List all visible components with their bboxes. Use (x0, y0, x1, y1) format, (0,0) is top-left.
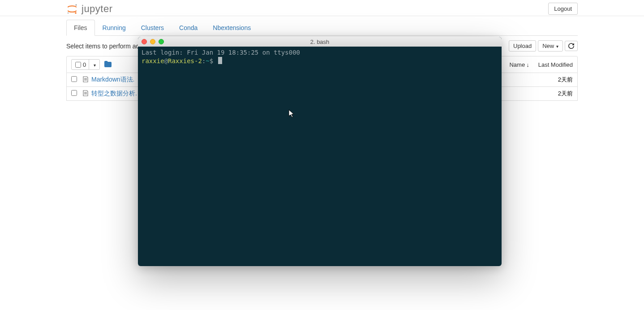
caret-down-icon: ▾ (94, 63, 96, 68)
new-button[interactable]: New ▾ (538, 40, 563, 52)
refresh-button[interactable] (565, 41, 578, 51)
jupyter-logo-text: jupyter (82, 3, 113, 15)
notebook-icon (82, 90, 89, 98)
arrow-down-icon: ↓ (526, 61, 529, 68)
traffic-lights (142, 39, 164, 44)
window-minimize-button[interactable] (150, 39, 155, 44)
terminal-prompt-host: Raxxies-2 (168, 57, 202, 65)
select-dropdown[interactable]: ▾ (89, 60, 99, 69)
column-last-modified[interactable]: Last Modified (538, 61, 573, 68)
notebook-icon (82, 76, 89, 84)
jupyter-icon (66, 3, 78, 15)
breadcrumb-folder-icon[interactable] (104, 61, 112, 69)
row-checkbox[interactable] (71, 90, 77, 96)
tab-nbextensions[interactable]: Nbextensions (205, 20, 258, 36)
file-last-modified: 2天前 (558, 76, 573, 84)
terminal-prompt-at: @ (164, 57, 168, 65)
terminal-body[interactable]: Last login: Fri Jan 19 18:35:25 on ttys0… (138, 47, 502, 67)
refresh-icon (568, 43, 574, 49)
select-count: 0 (83, 60, 89, 69)
window-close-button[interactable] (142, 39, 147, 44)
tab-conda[interactable]: Conda (172, 20, 205, 36)
terminal-prompt-path: ~ (206, 57, 209, 65)
upload-button[interactable]: Upload (509, 40, 536, 52)
svg-point-0 (75, 4, 77, 5)
column-name[interactable]: Name ↓ (509, 61, 538, 68)
svg-point-1 (68, 12, 69, 13)
column-name-label: Name (509, 61, 525, 68)
terminal-last-login: Last login: Fri Jan 19 18:35:25 on ttys0… (142, 49, 300, 56)
tab-bar: Files Running Clusters Conda Nbextension… (66, 20, 578, 36)
terminal-title: 2. bash (138, 39, 502, 45)
logout-button[interactable]: Logout (548, 3, 578, 15)
new-button-label: New (542, 43, 554, 49)
caret-down-icon: ▾ (555, 44, 558, 49)
page-header: jupyter Logout (0, 0, 644, 16)
toolbar-hint: Select items to perform act (66, 43, 141, 50)
window-zoom-button[interactable] (159, 39, 164, 44)
terminal-cursor (218, 57, 222, 64)
terminal-titlebar[interactable]: 2. bash (138, 37, 502, 47)
row-checkbox[interactable] (71, 76, 77, 82)
tab-clusters[interactable]: Clusters (133, 20, 172, 36)
terminal-prompt-user: raxxie (142, 57, 164, 65)
file-link[interactable]: Markdown语法. (91, 76, 134, 84)
svg-point-2 (75, 12, 77, 14)
file-link[interactable]: 转型之数据分析. (91, 90, 137, 98)
select-group[interactable]: 0 ▾ (71, 59, 100, 70)
select-all-checkbox[interactable] (75, 62, 81, 68)
terminal-prompt-symbol: $ (210, 57, 213, 65)
tab-files[interactable]: Files (66, 20, 95, 36)
tab-running[interactable]: Running (95, 20, 133, 36)
terminal-window[interactable]: 2. bash Last login: Fri Jan 19 18:35:25 … (138, 37, 502, 266)
jupyter-logo[interactable]: jupyter (66, 3, 113, 15)
file-last-modified: 2天前 (558, 90, 573, 98)
